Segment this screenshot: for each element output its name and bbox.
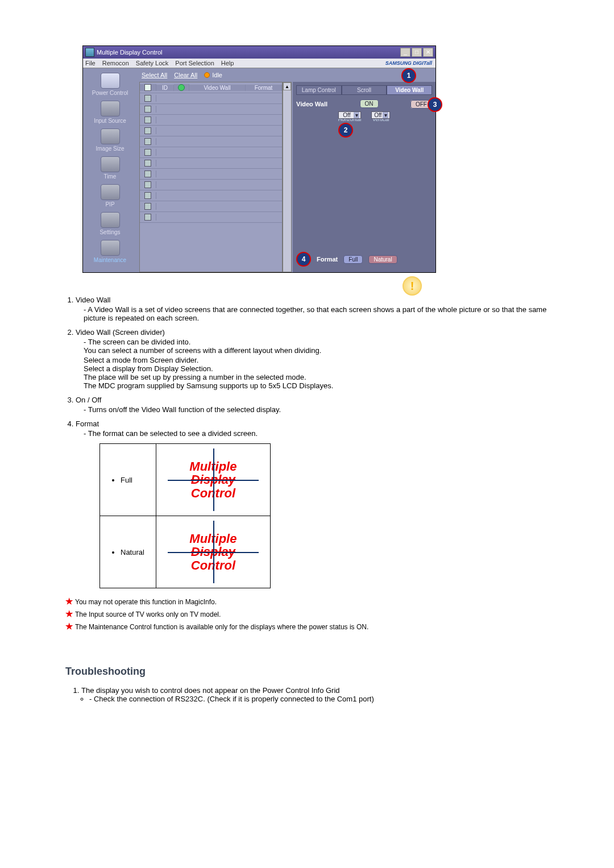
settings-icon [101, 212, 120, 228]
main-area: Select All Clear All Idle ID Video Wall [137, 68, 435, 272]
menu-file[interactable]: File [85, 60, 96, 67]
table-row[interactable] [140, 115, 282, 126]
app-window: Multiple Display Control _ □ ✕ File Remo… [82, 45, 436, 273]
close-button[interactable]: ✕ [423, 48, 433, 57]
row-checkbox[interactable] [144, 95, 151, 102]
tab-lamp-control[interactable]: Lamp Control [296, 85, 342, 95]
note-1: Video Wall A Video Wall is a set of vide… [76, 296, 549, 322]
note-bullet: Select a mode from Screen divider. [84, 356, 549, 364]
sidebar-item-label: Input Source [94, 118, 126, 124]
display-grid: ID Video Wall Format [139, 82, 283, 272]
note-title: On / Off [76, 396, 101, 404]
scroll-up-icon[interactable]: ▲ [283, 82, 291, 90]
row-checkbox[interactable] [144, 171, 151, 177]
format-natural-cell: Natural [100, 516, 156, 588]
menu-port-selection[interactable]: Port Selection [175, 60, 214, 67]
menu-help[interactable]: Help [221, 60, 234, 67]
pip-icon [101, 184, 120, 200]
menu-remocon[interactable]: Remocon [102, 60, 129, 67]
sidebar-item-label: PIP [105, 201, 114, 207]
sidebar-item-power-control[interactable]: Power Control [83, 73, 137, 96]
sidebar-item-pip[interactable]: PIP [83, 184, 137, 207]
note-4: Format The format can be selected to see… [76, 420, 549, 438]
row-checkbox[interactable] [144, 214, 151, 221]
menubar: File Remocon Safety Lock Port Selection … [83, 59, 435, 68]
row-checkbox[interactable] [144, 117, 151, 123]
tab-scroll[interactable]: Scroll [342, 85, 387, 95]
grid-scrollbar[interactable]: ▲ [283, 82, 292, 272]
row-checkbox[interactable] [144, 127, 151, 134]
format-full-button[interactable]: Full [343, 255, 363, 264]
troubleshooting-list: The display you wish to control does not… [65, 686, 549, 703]
star-icon: ★ [65, 609, 73, 618]
table-row[interactable] [140, 201, 282, 212]
col-video-wall: Video Wall [189, 85, 246, 91]
note-line: The format can be selected to see a divi… [84, 429, 549, 438]
marker-1: 1 [401, 68, 416, 83]
row-checkbox[interactable] [144, 160, 151, 167]
select-all-button[interactable]: Select All [142, 72, 167, 78]
table-row[interactable] [140, 158, 282, 169]
horizontal-select[interactable]: Off [338, 111, 362, 119]
table-row[interactable] [140, 136, 282, 147]
note-title: Video Wall (Screen divider) [76, 328, 165, 337]
sidebar-item-label: Settings [99, 229, 120, 235]
row-checkbox[interactable] [144, 138, 151, 145]
table-row[interactable] [140, 180, 282, 190]
status-dot-icon [204, 72, 210, 78]
note-bullet: The MDC program supplied by Samsung supp… [84, 381, 549, 390]
star-icon: ★ [65, 621, 73, 631]
row-checkbox[interactable] [144, 149, 151, 156]
tab-video-wall[interactable]: Video Wall [387, 85, 432, 95]
row-checkbox[interactable] [144, 181, 151, 188]
note-2: Video Wall (Screen divider) The screen c… [76, 328, 549, 390]
row-checkbox[interactable] [144, 106, 151, 113]
format-examples-table: Full Multiple Display Control Natural Mu… [99, 443, 271, 588]
format-natural-label: Natural [121, 548, 144, 556]
marker-2: 2 [338, 123, 353, 138]
format-label: Format [317, 256, 338, 263]
checkbox-header[interactable] [144, 84, 151, 91]
on-button[interactable]: ON [360, 99, 379, 108]
vertical-select[interactable]: Off [371, 111, 390, 119]
menu-safety-lock[interactable]: Safety Lock [136, 60, 168, 67]
table-row[interactable] [140, 147, 282, 158]
table-row[interactable] [140, 104, 282, 115]
star-note: ★The Maintenance Control function is ava… [65, 621, 549, 632]
power-icon [101, 73, 120, 89]
sidebar-item-label: Power Control [92, 90, 128, 96]
table-row[interactable] [140, 169, 282, 180]
format-natural-button[interactable]: Natural [368, 255, 397, 264]
grid-header: ID Video Wall Format [140, 82, 282, 93]
brand-label: SAMSUNG DIGITall [385, 60, 432, 66]
format-full-preview: Multiple Display Control [168, 448, 259, 511]
table-row[interactable] [140, 126, 282, 136]
sidebar-item-input-source[interactable]: Input Source [83, 101, 137, 124]
row-checkbox[interactable] [144, 192, 151, 199]
maximize-button[interactable]: □ [412, 48, 422, 57]
row-checkbox[interactable] [144, 203, 151, 210]
sidebar-item-time[interactable]: Time [83, 156, 137, 180]
sidebar-item-settings[interactable]: Settings [83, 212, 137, 235]
minimize-button[interactable]: _ [400, 48, 410, 57]
maintenance-icon [101, 240, 120, 256]
note-bullet: Select a display from Display Selection. [84, 364, 549, 373]
table-row[interactable] [140, 212, 282, 223]
sidebar-item-image-size[interactable]: Image Size [83, 128, 137, 152]
title-text: Multiple Display Control [97, 49, 163, 56]
sidebar-item-maintenance[interactable]: Maintenance [83, 240, 137, 263]
table-row[interactable] [140, 93, 282, 104]
section-title: Troubleshooting [65, 666, 549, 678]
sidebar: Power Control Input Source Image Size Ti… [83, 68, 137, 272]
table-row[interactable] [140, 190, 282, 201]
status-label: Idle [212, 72, 222, 78]
video-wall-label: Video Wall [296, 101, 327, 107]
star-notes: ★You may not operate this function in Ma… [65, 596, 549, 632]
trouble-item: The display you wish to control does not… [81, 686, 549, 703]
right-panel: 1 Lamp Control Scroll Video Wall Video W… [293, 82, 435, 272]
power-header-icon [178, 84, 185, 91]
input-source-icon [101, 101, 120, 117]
star-icon: ★ [65, 596, 73, 606]
clear-all-button[interactable]: Clear All [174, 72, 197, 78]
sidebar-item-label: Maintenance [94, 257, 126, 263]
